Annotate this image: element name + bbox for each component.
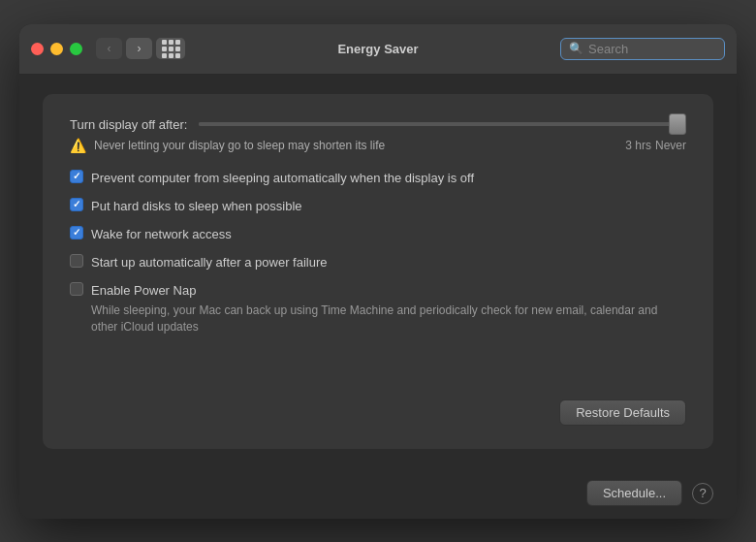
list-item: Wake for network access <box>70 225 686 243</box>
list-item: Prevent computer from sleeping automatic… <box>70 169 686 187</box>
forward-icon: › <box>138 42 142 55</box>
time-never-label: Never <box>655 139 686 152</box>
hard-disk-sleep-checkbox[interactable] <box>70 198 83 211</box>
slider-fill <box>199 122 686 126</box>
titlebar: ‹ › Energy Saver 🔍 <box>19 24 737 75</box>
time-3hrs-label: 3 hrs <box>625 139 651 152</box>
hard-disk-sleep-label: Put hard disks to sleep when possible <box>91 199 302 213</box>
search-input[interactable] <box>588 42 716 56</box>
list-item: Enable Power Nap While sleeping, your Ma… <box>70 281 686 335</box>
main-window: ‹ › Energy Saver 🔍 Turn display off afte… <box>19 24 737 519</box>
list-item: Start up automatically after a power fai… <box>70 253 686 271</box>
power-nap-label: Enable Power Nap <box>91 283 196 298</box>
power-nap-checkbox[interactable] <box>70 282 83 296</box>
back-icon: ‹ <box>108 42 111 55</box>
slider-thumb[interactable] <box>669 113 686 135</box>
prevent-sleep-checkbox[interactable] <box>70 170 83 183</box>
warning-area: ⚠️ Never letting your display go to slee… <box>70 138 686 153</box>
prevent-sleep-label: Prevent computer from sleeping automatic… <box>91 171 474 185</box>
main-panel: Turn display off after: ⚠️ Never letting… <box>43 94 713 449</box>
grid-icon <box>162 40 180 58</box>
nav-buttons: ‹ › <box>96 38 152 59</box>
list-item: Put hard disks to sleep when possible <box>70 197 686 215</box>
back-button[interactable]: ‹ <box>96 38 122 59</box>
slider-time-labels: 3 hrs Never <box>625 139 686 152</box>
panel-footer: Restore Defaults <box>70 380 686 426</box>
schedule-button[interactable]: Schedule... <box>586 480 682 506</box>
grid-view-button[interactable] <box>156 38 185 59</box>
traffic-lights <box>31 43 82 55</box>
power-nap-sublabel: While sleeping, your Mac can back up usi… <box>91 303 686 335</box>
display-sleep-slider-row: Turn display off after: <box>70 117 686 132</box>
window-title: Energy Saver <box>337 42 418 56</box>
search-box[interactable]: 🔍 <box>560 38 725 60</box>
restore-defaults-button[interactable]: Restore Defaults <box>559 399 686 426</box>
warning-icon: ⚠️ <box>70 138 86 153</box>
window-footer: Schedule... ? <box>19 468 737 519</box>
startup-power-label: Start up automatically after a power fai… <box>91 255 328 270</box>
forward-button[interactable]: › <box>126 38 152 59</box>
slider-label: Turn display off after: <box>70 117 187 132</box>
help-button[interactable]: ? <box>692 483 713 504</box>
close-button[interactable] <box>31 43 44 55</box>
warning-text: Never letting your display go to sleep m… <box>94 139 619 152</box>
search-icon: 🔍 <box>569 42 583 55</box>
wake-network-checkbox[interactable] <box>70 226 83 239</box>
checkbox-group: Prevent computer from sleeping automatic… <box>70 169 686 380</box>
maximize-button[interactable] <box>70 43 82 55</box>
content-area: Turn display off after: ⚠️ Never letting… <box>19 75 737 468</box>
wake-network-label: Wake for network access <box>91 227 232 241</box>
startup-power-checkbox[interactable] <box>70 254 83 268</box>
minimize-button[interactable] <box>50 43 63 55</box>
slider-track[interactable] <box>199 122 686 126</box>
